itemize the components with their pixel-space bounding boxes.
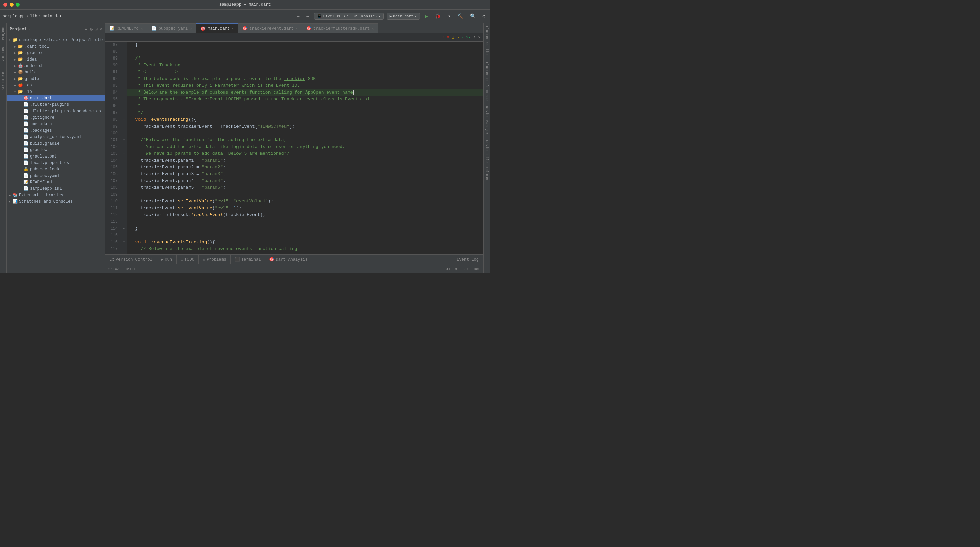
code-line-96: 96 * xyxy=(105,103,483,110)
tab-label-pubspec: pubspec.yaml xyxy=(159,26,188,31)
tab-run[interactable]: ▶ Run xyxy=(157,255,177,264)
panel-close-icon[interactable]: ✕ xyxy=(100,26,102,32)
tab-dart-analysis[interactable]: 🎯 Dart Analysis xyxy=(265,255,312,264)
tree-item-android[interactable]: ▶ 🤖 android xyxy=(7,63,105,69)
attach-button[interactable]: ⚡ xyxy=(445,12,452,20)
right-tab-file-explorer[interactable]: Device File Explorer xyxy=(484,137,490,184)
run-config-selector[interactable]: ▶ main.dart ▾ xyxy=(387,13,420,20)
run-button[interactable]: ▶ xyxy=(423,12,430,21)
tree-item-scratches[interactable]: ▶ 📊 Scratches and Consoles xyxy=(7,198,105,205)
right-tab-flutter-perf[interactable]: Flutter Performance xyxy=(484,59,490,103)
line-text-102: You can add the extra data like login de… xyxy=(127,143,483,150)
code-line-99: 99 TrackierEvent trackierEvent = Trackie… xyxy=(105,123,483,130)
tree-label-pubspec-yaml: pubspec.yaml xyxy=(30,173,105,178)
forward-button[interactable]: → xyxy=(304,13,311,20)
gutter-89 xyxy=(121,55,127,62)
code-line-111: 111 trackierEvent.setEventValue("ev2", 1… xyxy=(105,205,483,211)
code-line-116: 116 ▾ void _revenueEventsTracking(){ xyxy=(105,239,483,246)
tree-item-iml[interactable]: 📄 sampleapp.iml xyxy=(7,185,105,192)
tab-readme[interactable]: 📝 README.md ✕ xyxy=(105,24,147,33)
tree-item-build[interactable]: ▶ 📦 build xyxy=(7,69,105,76)
tab-close-trackierflutter[interactable]: ✕ xyxy=(372,27,374,30)
tree-item-analysis-options[interactable]: 📄 analysis_options.yaml xyxy=(7,134,105,140)
tab-trackierflutter[interactable]: 🎯 trackierfluttersdk.dart ✕ xyxy=(302,24,379,33)
tree-icon-dart-tool: 📂 xyxy=(18,44,23,49)
close-button[interactable] xyxy=(3,3,8,7)
fold-btn-98[interactable]: ▾ xyxy=(123,116,125,123)
tab-close-readme[interactable]: ✕ xyxy=(141,27,143,30)
right-tab-device-mgr[interactable]: Device Manager xyxy=(484,103,490,137)
panel-gear-icon[interactable]: ⊡ xyxy=(95,26,97,32)
line-text-93: * This event requires only 1 Parameter w… xyxy=(127,82,483,89)
tree-arrow-ios: ▶ xyxy=(12,83,18,87)
tab-close-pubspec[interactable]: ✕ xyxy=(190,27,192,30)
tree-item-metadata[interactable]: 📄 .metadata xyxy=(7,121,105,127)
tree-item-gradlew[interactable]: 📄 gradlew xyxy=(7,146,105,153)
tab-close-trackierevent[interactable]: ✕ xyxy=(296,27,298,30)
tree-item-main-dart[interactable]: 🎯 main.dart xyxy=(7,95,105,101)
tree-item-gradle-folder[interactable]: ▶ 📂 .gradle xyxy=(7,50,105,56)
tree-item-pubspec-lock[interactable]: 🔒 pubspec.lock xyxy=(7,166,105,172)
tree-icon-build: 📦 xyxy=(18,70,23,75)
tree-item-gradle[interactable]: ▶ 📂 gradle xyxy=(7,76,105,82)
fold-btn-101[interactable]: ▾ xyxy=(123,137,125,143)
tab-pubspec[interactable]: 📄 pubspec.yaml ✕ xyxy=(147,24,196,33)
tree-item-root[interactable]: ▾ 📁 sampleapp ~/Trackier Project/Flutte xyxy=(7,37,105,43)
tree-icon-packages: 📄 xyxy=(23,128,29,133)
minimize-button[interactable] xyxy=(10,3,14,7)
tree-item-pubspec-yaml[interactable]: 📄 pubspec.yaml xyxy=(7,172,105,179)
code-editor[interactable]: 87 } 88 89 /* 90 * Event Tracking xyxy=(105,41,483,254)
bottom-tabs: ⎇ Version Control ▶ Run ☑ TODO ⚠ Problem… xyxy=(105,254,483,264)
gutter-93 xyxy=(121,82,127,89)
left-tab-structure[interactable]: Structure xyxy=(2,72,5,91)
tab-problems[interactable]: ⚠ Problems xyxy=(199,255,231,264)
tree-item-readme[interactable]: 📝 README.md xyxy=(7,179,105,185)
tree-icon-root: 📁 xyxy=(12,37,18,43)
tab-trackierevent[interactable]: 🎯 trackierevent.dart ✕ xyxy=(238,24,302,33)
code-line-110: 110 trackierEvent.setEventValue("ev1", "… xyxy=(105,198,483,205)
panel-collapse-all-icon[interactable]: ≡ xyxy=(85,26,88,32)
status-bar: 04:03 15:LE UTF-8 3 spaces xyxy=(105,264,483,274)
line-num-88: 88 xyxy=(105,48,121,55)
status-chevron-up[interactable]: ∧ xyxy=(473,35,476,40)
back-button[interactable]: ← xyxy=(295,13,301,20)
tree-item-build-gradle[interactable]: 📄 build.gradle xyxy=(7,140,105,146)
tree-label-gradle2: gradle xyxy=(24,76,105,81)
maximize-button[interactable] xyxy=(16,3,20,7)
tree-item-packages[interactable]: 📄 .packages xyxy=(7,127,105,134)
fold-btn-103[interactable]: ▾ xyxy=(123,150,125,157)
left-tab-project[interactable]: Project xyxy=(2,26,5,40)
tab-event-log[interactable]: Event Log xyxy=(453,255,483,264)
tree-item-ios[interactable]: ▶ 🍎 ios xyxy=(7,82,105,89)
left-tab-favorites[interactable]: Favorites xyxy=(2,47,5,65)
settings-button[interactable]: ⚙ xyxy=(480,12,487,20)
tree-item-lib[interactable]: ▾ 📂 lib xyxy=(7,89,105,95)
tab-main[interactable]: 🎯 main.dart ✕ xyxy=(196,24,238,33)
tree-item-gradlew-bat[interactable]: 📄 gradlew.bat xyxy=(7,153,105,159)
tree-item-local-properties[interactable]: 📄 local.properties xyxy=(7,159,105,166)
code-line-94: 94 * Below are the example of customs ev… xyxy=(105,89,483,96)
build-button[interactable]: 🔨 xyxy=(455,12,465,20)
fold-btn-114[interactable]: ▸ xyxy=(123,225,125,232)
gutter-115 xyxy=(121,232,127,239)
tab-version-control[interactable]: ⎇ Version Control xyxy=(105,255,157,264)
tree-item-flutter-plugins-deps[interactable]: 📄 .flutter-plugins-dependencies xyxy=(7,108,105,114)
debug-button[interactable]: 🐞 xyxy=(433,12,443,20)
code-line-93: 93 * This event requires only 1 Paramete… xyxy=(105,82,483,89)
tree-item-gitignore[interactable]: 📄 .gitignore xyxy=(7,114,105,121)
fold-btn-116[interactable]: ▾ xyxy=(123,239,125,246)
panel-action-dropdown[interactable]: ▾ xyxy=(29,27,31,31)
tree-item-idea[interactable]: ▶ 📂 .idea xyxy=(7,56,105,63)
tree-item-ext-libraries[interactable]: ▶ 📚 External Libraries xyxy=(7,192,105,198)
line-num-90: 90 xyxy=(105,62,121,69)
right-tab-flutter-outline[interactable]: Flutter Outline xyxy=(484,23,490,59)
tab-todo[interactable]: ☑ TODO xyxy=(177,255,199,264)
tab-close-main[interactable]: ✕ xyxy=(232,27,234,30)
status-chevron-down[interactable]: ∨ xyxy=(478,35,480,40)
search-button[interactable]: 🔍 xyxy=(468,12,478,20)
panel-settings-icon[interactable]: ⚙ xyxy=(90,26,92,32)
device-selector[interactable]: 📱 Pixel XL API 32 (mobile) ▾ xyxy=(314,13,384,20)
tree-item-flutter-plugins[interactable]: 📄 .flutter-plugins xyxy=(7,101,105,108)
tree-item-dart-tool[interactable]: ▶ 📂 .dart_tool xyxy=(7,43,105,50)
tab-terminal[interactable]: ⬛ Terminal xyxy=(231,255,266,264)
